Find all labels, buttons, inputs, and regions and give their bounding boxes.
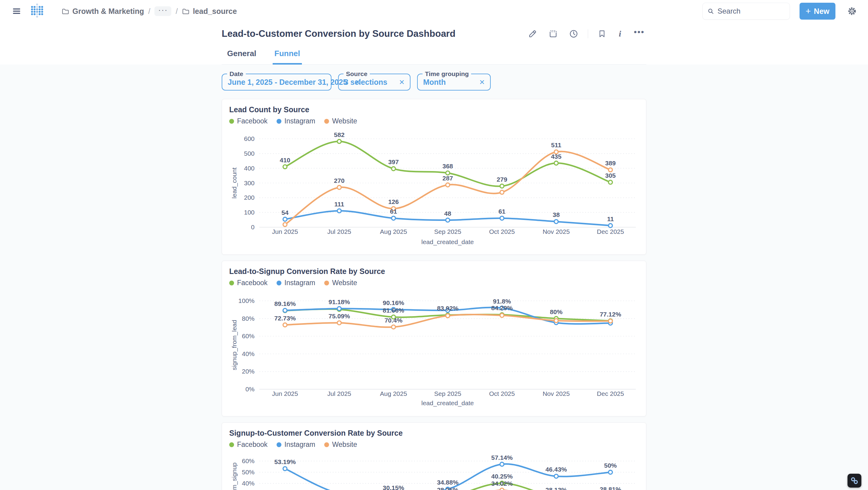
filter-value: 3 selections bbox=[344, 78, 387, 87]
filter-source[interactable]: Source 3 selections × bbox=[338, 73, 410, 91]
svg-text:Sep 2025: Sep 2025 bbox=[434, 228, 461, 235]
svg-text:50%: 50% bbox=[242, 468, 254, 476]
svg-text:34.02%: 34.02% bbox=[491, 480, 513, 487]
svg-text:Aug 2025: Aug 2025 bbox=[380, 228, 407, 235]
legend-item-website[interactable]: Website bbox=[324, 117, 357, 125]
svg-text:54: 54 bbox=[281, 209, 289, 216]
filter-time-grouping[interactable]: Time grouping Month × bbox=[417, 73, 491, 91]
legend-label: Facebook bbox=[237, 440, 268, 449]
bookmark-icon[interactable] bbox=[596, 28, 608, 40]
svg-text:38: 38 bbox=[553, 211, 560, 218]
legend-dot bbox=[229, 281, 234, 285]
svg-text:46.43%: 46.43% bbox=[546, 466, 567, 473]
filter-value: June 1, 2025 - December 31, 2025 bbox=[228, 78, 347, 87]
folder-icon bbox=[62, 7, 69, 15]
breadcrumb-separator: / bbox=[148, 7, 151, 16]
svg-text:91.8%: 91.8% bbox=[493, 298, 511, 305]
info-icon[interactable]: i bbox=[616, 27, 624, 40]
legend-item-instagram[interactable]: Instagram bbox=[277, 279, 315, 287]
legend-item-website[interactable]: Website bbox=[324, 279, 357, 287]
metabase-logo[interactable] bbox=[31, 3, 43, 19]
line-chart[interactable]: 0100200300400500600lead_count41058239736… bbox=[229, 126, 639, 248]
svg-text:287: 287 bbox=[442, 175, 453, 182]
filter-label: Date bbox=[227, 70, 246, 78]
legend-label: Instagram bbox=[284, 440, 315, 449]
legend-item-instagram[interactable]: Instagram bbox=[277, 117, 315, 125]
legend-item-facebook[interactable]: Facebook bbox=[229, 440, 268, 449]
svg-text:lead_count: lead_count bbox=[231, 167, 238, 198]
dashboard-body: Date June 1, 2025 - December 31, 2025 × … bbox=[0, 65, 868, 490]
card-list: Lead Count by Source FacebookInstagramWe… bbox=[222, 91, 646, 490]
svg-text:305: 305 bbox=[605, 172, 616, 179]
filter-date[interactable]: Date June 1, 2025 - December 31, 2025 × bbox=[222, 73, 332, 91]
svg-text:40%: 40% bbox=[242, 480, 254, 487]
svg-text:Jul 2025: Jul 2025 bbox=[327, 228, 351, 235]
tab-funnel[interactable]: Funnel bbox=[273, 46, 302, 65]
svg-text:Nov 2025: Nov 2025 bbox=[542, 390, 570, 397]
chart-title: Lead-to-Signup Conversion Rate by Source bbox=[229, 267, 639, 276]
filter-label: Time grouping bbox=[423, 70, 471, 78]
svg-text:0%: 0% bbox=[246, 386, 254, 393]
svg-text:Oct 2025: Oct 2025 bbox=[489, 390, 515, 397]
svg-text:Dec 2025: Dec 2025 bbox=[597, 228, 624, 235]
svg-text:61: 61 bbox=[499, 208, 506, 215]
svg-text:30.15%: 30.15% bbox=[383, 484, 404, 490]
sharing-icon[interactable] bbox=[547, 27, 559, 40]
gear-icon[interactable] bbox=[845, 4, 859, 18]
tab-general[interactable]: General bbox=[225, 46, 258, 65]
svg-text:0: 0 bbox=[251, 223, 254, 231]
more-menu-icon[interactable]: ••• bbox=[632, 29, 646, 39]
svg-text:75.09%: 75.09% bbox=[329, 313, 350, 319]
breadcrumb-label: lead_source bbox=[193, 7, 237, 16]
plus-icon: + bbox=[806, 7, 811, 16]
svg-text:83.92%: 83.92% bbox=[437, 305, 459, 312]
svg-text:Jun 2025: Jun 2025 bbox=[272, 228, 298, 235]
svg-text:34.88%: 34.88% bbox=[437, 479, 459, 486]
search-icon bbox=[708, 7, 714, 15]
svg-text:80%: 80% bbox=[550, 308, 562, 315]
close-icon[interactable]: × bbox=[479, 78, 485, 87]
svg-text:Nov 2025: Nov 2025 bbox=[542, 228, 570, 235]
svg-text:279: 279 bbox=[497, 176, 507, 183]
key-badge-icon[interactable] bbox=[847, 474, 861, 488]
line-chart[interactable]: 0%20%40%60%80%100%signup_from_lead81.66%… bbox=[229, 288, 639, 410]
legend-label: Instagram bbox=[284, 279, 315, 287]
legend-item-instagram[interactable]: Instagram bbox=[277, 440, 315, 449]
breadcrumb-current[interactable]: lead_source bbox=[182, 7, 237, 16]
svg-text:28.13%: 28.13% bbox=[546, 486, 567, 490]
dashboard-tabs: General Funnel bbox=[222, 46, 646, 65]
filter-bar: Date June 1, 2025 - December 31, 2025 × … bbox=[222, 65, 646, 91]
svg-text:Sep 2025: Sep 2025 bbox=[434, 390, 461, 397]
svg-text:600: 600 bbox=[244, 135, 254, 142]
edit-pencil-icon[interactable] bbox=[526, 27, 539, 40]
legend-label: Website bbox=[332, 440, 357, 449]
chart-card-lead-to-signup: Lead-to-Signup Conversion Rate by Source… bbox=[222, 261, 646, 417]
legend-dot bbox=[277, 119, 281, 124]
new-button[interactable]: + New bbox=[800, 3, 835, 20]
svg-text:410: 410 bbox=[280, 157, 290, 163]
breadcrumb-collection[interactable]: Growth & Marketing bbox=[62, 7, 144, 16]
svg-text:signup_from_lead: signup_from_lead bbox=[231, 320, 238, 370]
auto-refresh-clock-icon[interactable] bbox=[567, 27, 580, 40]
close-icon[interactable]: × bbox=[399, 78, 404, 87]
svg-text:435: 435 bbox=[551, 153, 562, 160]
search-input[interactable] bbox=[717, 7, 785, 16]
legend-item-facebook[interactable]: Facebook bbox=[229, 279, 268, 287]
legend-item-website[interactable]: Website bbox=[324, 440, 357, 449]
legend-item-facebook[interactable]: Facebook bbox=[229, 117, 268, 125]
search-bar[interactable] bbox=[703, 3, 790, 20]
svg-text:397: 397 bbox=[388, 158, 399, 165]
legend-dot bbox=[324, 119, 329, 124]
svg-text:11: 11 bbox=[607, 215, 614, 222]
dashboard-header: Lead-to-Customer Conversion by Source Da… bbox=[0, 22, 868, 65]
svg-text:84.29%: 84.29% bbox=[491, 304, 513, 311]
chart-title: Lead Count by Source bbox=[229, 105, 639, 114]
line-chart[interactable]: 0%10%20%30%40%50%60%customer_from_signup… bbox=[229, 450, 639, 490]
chart-card-signup-to-customer: Signup-to-Customer Conversion Rate by So… bbox=[222, 422, 646, 490]
svg-text:511: 511 bbox=[551, 142, 561, 148]
breadcrumb-ellipsis[interactable]: ··· bbox=[154, 6, 171, 16]
svg-text:70.4%: 70.4% bbox=[384, 317, 403, 324]
hamburger-menu-icon[interactable] bbox=[10, 5, 23, 18]
chart-legend: FacebookInstagramWebsite bbox=[229, 279, 639, 287]
filter-label: Source bbox=[343, 70, 370, 78]
